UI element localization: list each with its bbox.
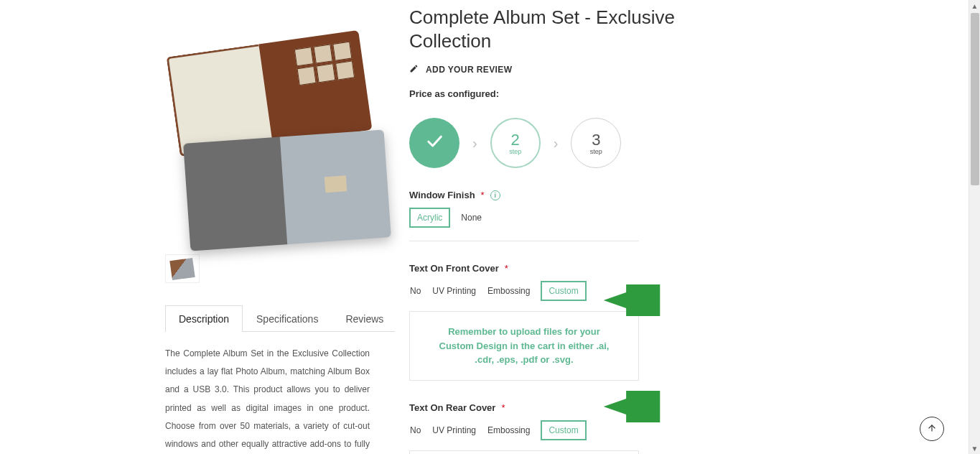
rear-cover-note: Remember to upload files for your Custom… <box>409 450 639 455</box>
thumbnail-strip <box>165 254 395 283</box>
option-rear-cover: Text On Rear Cover * No UV Printing Embo… <box>409 402 711 455</box>
required-star: * <box>481 190 485 200</box>
rear-cover-label: Text On Rear Cover <box>409 402 495 413</box>
pencil-icon <box>409 64 419 75</box>
step-3-caption: step <box>590 148 602 155</box>
add-review-label: ADD YOUR REVIEW <box>426 65 512 75</box>
product-main-image[interactable] <box>165 29 395 237</box>
rear-cover-no[interactable]: No <box>409 420 421 440</box>
thumbnail-1[interactable] <box>165 254 200 283</box>
rear-cover-embossing[interactable]: Embossing <box>487 420 531 440</box>
description-text: The Complete Album Set in the Exclusive … <box>165 345 370 454</box>
step-2-caption: step <box>509 148 521 155</box>
rear-cover-uv[interactable]: UV Printing <box>431 420 477 440</box>
front-cover-no[interactable]: No <box>409 281 421 301</box>
front-cover-note: Remember to upload files for your Custom… <box>409 311 639 381</box>
option-window-finish: Window Finish * i Acrylic None <box>409 190 711 241</box>
front-cover-custom[interactable]: Custom <box>541 281 586 301</box>
step-1-done[interactable] <box>409 118 459 168</box>
arrow-up-icon <box>927 423 937 435</box>
chevron-right-icon: › <box>472 135 477 152</box>
product-title: Complete Album Set - Exclusive Collectio… <box>409 6 711 52</box>
scroll-up-button[interactable]: ▲ <box>969 0 980 11</box>
window-finish-acrylic[interactable]: Acrylic <box>409 208 450 228</box>
divider <box>409 241 639 241</box>
tab-description[interactable]: Description <box>165 305 243 332</box>
front-cover-uv[interactable]: UV Printing <box>431 281 477 301</box>
option-front-cover: Text On Front Cover * No UV Printing Emb… <box>409 263 711 381</box>
add-review-link[interactable]: ADD YOUR REVIEW <box>409 64 512 75</box>
vertical-scrollbar[interactable]: ▲ ▼ <box>969 0 980 454</box>
album-grey-illustration <box>183 129 391 251</box>
step-2-number: 2 <box>511 131 520 149</box>
info-icon[interactable]: i <box>490 190 500 200</box>
window-finish-label: Window Finish <box>409 190 475 200</box>
check-icon <box>424 131 444 155</box>
required-star: * <box>501 402 505 413</box>
step-2[interactable]: 2 step <box>490 118 541 168</box>
front-cover-label: Text On Front Cover <box>409 263 499 274</box>
chevron-right-icon: › <box>554 135 559 152</box>
required-star: * <box>505 263 508 274</box>
tab-specifications[interactable]: Specifications <box>243 305 332 332</box>
price-as-configured-label: Price as configured: <box>409 88 711 99</box>
scroll-thumb[interactable] <box>971 13 979 185</box>
config-steps: › 2 step › 3 step <box>409 118 711 168</box>
step-3-number: 3 <box>592 131 600 149</box>
product-tabs: Description Specifications Reviews <box>165 305 395 332</box>
back-to-top-button[interactable] <box>920 417 944 441</box>
tab-reviews[interactable]: Reviews <box>332 305 397 332</box>
front-cover-embossing[interactable]: Embossing <box>487 281 531 301</box>
rear-cover-custom[interactable]: Custom <box>541 420 586 440</box>
scroll-down-button[interactable]: ▼ <box>969 443 980 454</box>
step-3[interactable]: 3 step <box>571 118 621 168</box>
window-finish-none[interactable]: None <box>460 208 482 228</box>
